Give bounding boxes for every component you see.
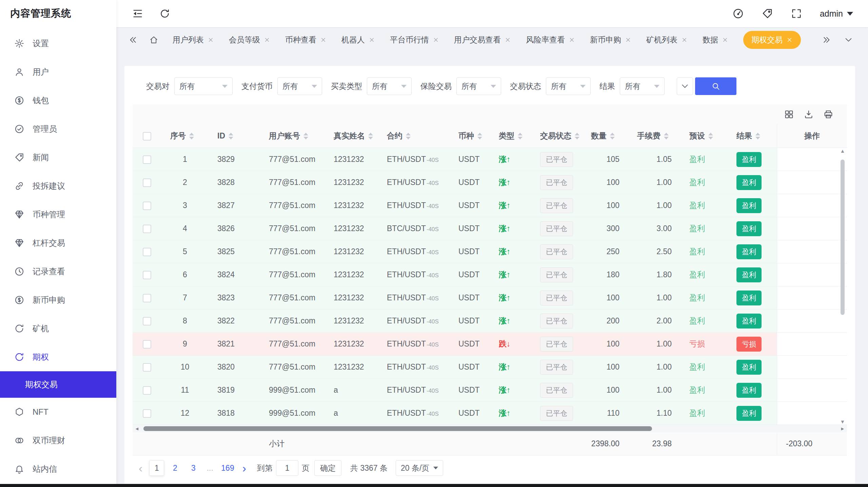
tab-close-icon[interactable] (264, 37, 270, 43)
sidebar-item-10[interactable]: 新币申购 (0, 286, 116, 314)
row-checkbox[interactable] (143, 248, 151, 256)
row-checkbox[interactable] (143, 386, 151, 395)
column-header-qty[interactable]: 数量 (582, 124, 628, 148)
tabs-scroll-left-icon[interactable] (129, 35, 138, 44)
sidebar-item-1[interactable]: 设置 (0, 29, 116, 58)
page-button-2[interactable]: 2 (167, 460, 182, 476)
tab-close-icon[interactable] (786, 37, 793, 43)
prev-page-button[interactable]: ‹ (135, 462, 146, 474)
scroll-right-arrow-icon[interactable]: ► (838, 425, 847, 432)
filter-select[interactable]: 所有 (174, 77, 233, 95)
search-button[interactable] (695, 77, 736, 95)
tabs-scroll-right-icon[interactable] (822, 35, 831, 44)
row-checkbox[interactable] (143, 155, 151, 164)
tab-close-icon[interactable] (625, 37, 631, 43)
export-icon[interactable] (804, 109, 814, 119)
row-checkbox[interactable] (143, 179, 151, 187)
tab-3[interactable]: 币种查看 (285, 35, 327, 45)
home-tab-icon[interactable] (149, 35, 158, 44)
sidebar-item-7[interactable]: 币种管理 (0, 200, 116, 229)
tab-10[interactable]: 数据 (703, 35, 728, 45)
row-checkbox[interactable] (143, 340, 151, 349)
print-icon[interactable] (823, 109, 833, 119)
row-checkbox[interactable] (143, 225, 151, 233)
tab-close-icon[interactable] (681, 37, 688, 43)
sort-icon[interactable] (575, 133, 579, 139)
sidebar-item-3[interactable]: 钱包 (0, 86, 116, 115)
tab-1[interactable]: 用户列表 (173, 35, 214, 45)
page-button-3[interactable]: 3 (186, 460, 201, 476)
tabs-menu-icon[interactable] (844, 35, 853, 44)
sort-icon[interactable] (189, 133, 194, 139)
row-checkbox[interactable] (143, 202, 151, 210)
filter-select[interactable]: 所有 (546, 77, 591, 95)
sort-icon[interactable] (664, 133, 669, 139)
tab-6[interactable]: 用户交易查看 (454, 35, 511, 45)
row-checkbox[interactable] (143, 363, 151, 372)
filter-select[interactable]: 所有 (620, 77, 665, 95)
column-settings-icon[interactable] (784, 109, 794, 119)
tab-close-icon[interactable] (208, 37, 214, 43)
sidebar-item-11[interactable]: 矿机 (0, 314, 116, 343)
column-header-realname[interactable]: 真实姓名 (325, 124, 378, 148)
column-header-status[interactable]: 交易状态 (531, 124, 582, 148)
fullscreen-icon[interactable] (791, 8, 802, 19)
sort-icon[interactable] (708, 133, 713, 139)
column-header-preset[interactable]: 预设 (680, 124, 728, 148)
tab-5[interactable]: 平台币行情 (390, 35, 439, 45)
tab-close-icon[interactable] (320, 37, 327, 43)
page-jump-input[interactable] (276, 460, 298, 476)
select-all-checkbox[interactable] (143, 132, 151, 141)
page-size-select[interactable]: 20 条/页 (396, 460, 443, 476)
menu-fold-icon[interactable] (132, 8, 143, 19)
sort-icon[interactable] (518, 133, 522, 139)
tab-close-icon[interactable] (433, 37, 439, 43)
horizontal-scroll-thumb[interactable] (143, 426, 652, 431)
sidebar-item-8[interactable]: 杠杆交易 (0, 229, 116, 257)
sort-icon[interactable] (477, 133, 482, 139)
column-header-result[interactable]: 结果 (728, 124, 777, 148)
column-header-currency[interactable]: 币种 (450, 124, 490, 148)
confirm-button[interactable]: 确定 (314, 460, 341, 476)
tab-8[interactable]: 新币申购 (590, 35, 631, 45)
sidebar-item-5[interactable]: 新闻 (0, 143, 116, 172)
sort-icon[interactable] (229, 133, 233, 139)
column-header-contract[interactable]: 合约 (378, 124, 450, 148)
tab-close-icon[interactable] (505, 37, 511, 43)
scroll-down-arrow-icon[interactable]: ▼ (840, 419, 845, 425)
sidebar-item-14[interactable]: NFT (0, 398, 116, 426)
column-header-no[interactable]: 序号 (161, 124, 209, 148)
sidebar-item-13[interactable]: 期权交易 (0, 371, 116, 398)
tab-close-icon[interactable] (569, 37, 575, 43)
expand-filters-button[interactable] (677, 77, 693, 95)
tab-close-icon[interactable] (369, 37, 375, 43)
sidebar-item-2[interactable]: 用户 (0, 58, 116, 86)
next-page-button[interactable]: › (240, 462, 249, 474)
filter-select[interactable]: 所有 (367, 77, 412, 95)
user-menu[interactable]: admin (820, 9, 853, 19)
row-checkbox[interactable] (143, 409, 151, 418)
column-header-id[interactable]: ID (209, 124, 260, 148)
horizontal-scroll-track[interactable] (141, 425, 838, 432)
sort-icon[interactable] (368, 133, 373, 139)
sidebar-item-12[interactable]: 期权 (0, 343, 116, 371)
row-checkbox[interactable] (143, 271, 151, 279)
sidebar-item-4[interactable]: 管理员 (0, 115, 116, 143)
scroll-up-arrow-icon[interactable]: ▲ (840, 148, 845, 154)
page-button-1[interactable]: 1 (149, 460, 164, 476)
refresh-icon[interactable] (159, 8, 171, 19)
row-checkbox[interactable] (143, 294, 151, 302)
sidebar-item-15[interactable]: 双币理财 (0, 426, 116, 455)
tab-9[interactable]: 矿机列表 (646, 35, 688, 45)
column-header-type[interactable]: 类型 (490, 124, 531, 148)
sidebar-item-6[interactable]: 投拆建议 (0, 172, 116, 200)
row-checkbox[interactable] (143, 317, 151, 325)
scroll-left-arrow-icon[interactable]: ◄ (133, 425, 141, 432)
vertical-scroll-thumb[interactable] (841, 160, 845, 315)
tab-4[interactable]: 机器人 (341, 35, 375, 45)
filter-select[interactable]: 所有 (277, 77, 322, 95)
column-header-account[interactable]: 用户账号 (260, 124, 325, 148)
tab-close-icon[interactable] (722, 37, 728, 43)
column-header-fee[interactable]: 手续费 (628, 124, 680, 148)
sort-icon[interactable] (755, 133, 760, 139)
